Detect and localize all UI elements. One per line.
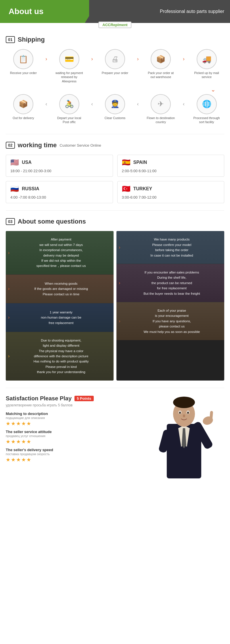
- step-3-icon: 🖨: [105, 49, 125, 69]
- questions-title-row: 03 About some questions: [6, 218, 224, 225]
- arrow-8: ‹: [182, 101, 186, 107]
- q-left-1: › After paymentwe will send out within 7…: [6, 231, 114, 274]
- satisfaction-subtitle: удовлетворение просьба играть 5 баллов: [6, 403, 141, 407]
- q-left-3-text: 1 year warrantynon-human damage can befr…: [14, 310, 108, 325]
- satisfaction-left: Satisfaction Please Play 5 Points удовле…: [6, 395, 141, 478]
- brand-name: ACCReplment: [98, 22, 131, 28]
- arrow-2: ›: [90, 56, 94, 62]
- step-4-icon: 📦: [151, 49, 171, 69]
- step-1-label: Receive your order: [10, 71, 37, 75]
- shipping-section: 01 Shipping 📋 Receive your order › 💳 wai…: [0, 29, 230, 134]
- step-8-icon: 👮: [105, 94, 125, 114]
- rating-service-sublabel: продавец услуг отношения: [6, 434, 141, 438]
- working-time-label: working time: [18, 141, 57, 149]
- russia-flag: 🇷🇺: [10, 185, 19, 193]
- satisfaction-title-row: Satisfaction Please Play 5 Points: [6, 395, 141, 402]
- step-8: 👮 Clear Customs: [101, 94, 129, 120]
- russia-times: 4:00 -7:00 8:00-13:00: [10, 195, 108, 199]
- q-left-2-text: When receiving goodsIf the goods are dam…: [14, 281, 108, 297]
- satisfaction-right: ★: [144, 395, 224, 478]
- person-figure: ★: [152, 395, 216, 478]
- questions-num: 03: [6, 218, 15, 225]
- step-5-label: Picked up by mail service: [192, 71, 221, 79]
- step-2: 💳 waiting for payment released by Aliexp…: [55, 49, 84, 83]
- step-5-icon: 🚚: [197, 49, 217, 69]
- working-time-section: 02 working time Customer Service Online …: [0, 134, 230, 210]
- russia-name-row: 🇷🇺 RUSSIA: [10, 185, 108, 193]
- usa-flag: 🇺🇸: [10, 158, 19, 166]
- arrow-4: ›: [182, 56, 186, 62]
- satisfaction-section: Satisfaction Please Play 5 Points удовле…: [0, 388, 230, 486]
- arrow-3: ›: [136, 56, 140, 62]
- step-4: 📦 Pack your order at out warehouse: [146, 49, 175, 79]
- arrow-1: ›: [44, 56, 48, 62]
- q-right-1-text: We have many productsPlease confirm your…: [124, 237, 219, 258]
- step-6: 📦 Out for delivery: [9, 94, 38, 120]
- turkey-name-row: 🇹🇷 TURKEY: [122, 185, 220, 193]
- q-right-1: › We have many productsPlease confirm yo…: [116, 231, 224, 264]
- chevron-down-icon: ⌄: [211, 86, 216, 93]
- questions-left-col: › After paymentwe will send out within 7…: [6, 231, 114, 380]
- svg-point-9: [187, 412, 189, 414]
- shipping-row-1: 📋 Receive your order › 💳 waiting for pay…: [6, 49, 224, 83]
- step-10-label: Processed through sort facility: [192, 116, 221, 124]
- usa-times: 18:00 - 21:00 22:00-3:00: [10, 169, 108, 173]
- country-usa: 🇺🇸 USA 18:00 - 21:00 22:00-3:00: [6, 155, 113, 177]
- q-right-2-text: If you encounter after-sales problemsDur…: [124, 270, 219, 296]
- q-arrow-3: ›: [8, 315, 9, 320]
- rating-service-label: The seller service attitude: [6, 430, 141, 434]
- header-right: Professional auto parts supplier: [89, 0, 230, 23]
- working-time-title-row: 02 working time Customer Service Online: [6, 141, 224, 149]
- step-7: 🚴 Depart your local Post offic: [55, 94, 84, 124]
- q-right-3: › Each of your praiseis your encourageme…: [116, 302, 224, 340]
- rating-description: Matching to description подщающие для оп…: [6, 412, 141, 427]
- turkey-name: TURKEY: [133, 186, 152, 191]
- step-6-label: Out for delivery: [13, 116, 34, 120]
- usa-name-row: 🇺🇸 USA: [10, 158, 108, 166]
- about-us-title: About us: [9, 7, 43, 16]
- rating-delivery-stars: ★★★★★: [6, 457, 141, 463]
- q-right-3-text: Each of your praiseis your encouragement…: [124, 308, 219, 334]
- q-arrow-4: ›: [8, 354, 9, 359]
- step-2-label: waiting for payment released by Aliexpre…: [55, 71, 84, 83]
- row-connector: ⌄: [6, 86, 224, 93]
- tagline: Professional auto parts supplier: [160, 9, 224, 14]
- arrow-7: ‹: [136, 101, 140, 107]
- step-1-icon: 📋: [13, 49, 33, 69]
- spain-name-row: 🇪🇸 SPAIN: [122, 158, 220, 166]
- satisfaction-title-text: Satisfaction Please Play: [6, 395, 72, 402]
- step-4-label: Pack your order at out warehouse: [146, 71, 175, 79]
- svg-point-5: [173, 397, 195, 408]
- questions-grid: › After paymentwe will send out within 7…: [6, 231, 224, 380]
- arrow-6: ‹: [90, 101, 94, 107]
- points-badge: 5 Points: [74, 396, 94, 401]
- shipping-title-row: 01 Shipping: [6, 36, 224, 43]
- rating-delivery-label: The seller's delivery speed: [6, 448, 141, 452]
- header-arrow-right: [85, 11, 92, 23]
- svg-point-10: [183, 414, 185, 417]
- rating-delivery: The seller's delivery speed поставка про…: [6, 448, 141, 463]
- rating-description-stars: ★★★★★: [6, 420, 141, 427]
- rating-description-label: Matching to description: [6, 412, 141, 416]
- q-arrow-2: ›: [8, 286, 9, 291]
- q-left-3: › 1 year warrantynon-human damage can be…: [6, 303, 114, 332]
- russia-name: RUSSIA: [22, 186, 39, 191]
- country-turkey: 🇹🇷 TURKEY 3:00-6:00 7:00-12:00: [117, 181, 225, 203]
- working-time-num: 02: [6, 142, 15, 149]
- step-10: 🌐 Processed through sort facility: [192, 94, 221, 124]
- q-left-1-text: After paymentwe will send out within 7 d…: [14, 237, 108, 268]
- country-spain: 🇪🇸 SPAIN 2:00-5:00 6:00-11:00: [117, 155, 225, 177]
- questions-label: About some questions: [18, 218, 86, 225]
- questions-section: 03 About some questions › After paymentw…: [0, 211, 230, 387]
- step-6-icon: 📦: [13, 94, 33, 114]
- rating-delivery-sublabel: поставка продавцом скорость: [6, 452, 141, 456]
- q-right-2: › If you encounter after-sales problemsD…: [116, 264, 224, 302]
- svg-text:★: ★: [206, 409, 210, 415]
- step-9: ✈ Flown to destination country: [146, 94, 175, 124]
- step-2-icon: 💳: [59, 49, 79, 69]
- step-10-icon: 🌐: [197, 94, 217, 114]
- arrow-5: ‹: [44, 101, 48, 107]
- turkey-flag: 🇹🇷: [122, 185, 131, 193]
- q-left-2: › When receiving goodsIf the goods are d…: [6, 275, 114, 303]
- usa-name: USA: [22, 160, 32, 165]
